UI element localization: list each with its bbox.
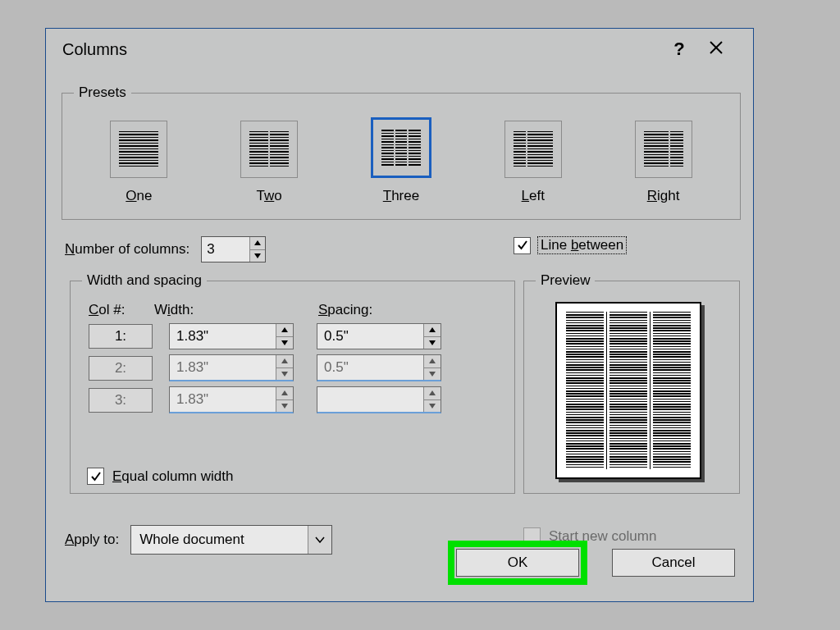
preset-right[interactable]: Right (635, 121, 692, 204)
titlebar: Columns ? (46, 29, 753, 70)
close-icon (709, 40, 724, 55)
spinner-up-button (424, 387, 441, 400)
ws-row-3-num: 3: (89, 388, 153, 413)
spinner-up-button[interactable] (276, 324, 293, 337)
preview-page-icon (555, 302, 701, 479)
ws-row-2: 2: (89, 354, 503, 381)
ws-row-3: 3: (89, 386, 503, 413)
ok-highlight: OK (448, 541, 587, 585)
number-of-columns-row: Number of columns: (65, 236, 266, 262)
ws-row-1: 1: (89, 323, 503, 349)
svg-marker-10 (429, 358, 436, 363)
header-col: Col #: (89, 302, 154, 318)
preset-three[interactable]: Three (371, 117, 431, 204)
spinner-up-button (276, 387, 293, 400)
spinner-down-button (424, 368, 441, 381)
spinner-up-button[interactable] (250, 237, 265, 250)
preset-left[interactable]: Left (504, 121, 562, 204)
svg-marker-2 (254, 240, 261, 245)
spinner-down-button[interactable] (424, 337, 441, 349)
ws-row-2-spacing-input (317, 355, 423, 380)
ws-row-3-spacing-input (317, 387, 423, 412)
number-of-columns-input[interactable] (202, 237, 249, 262)
line-between-checkbox[interactable] (514, 237, 531, 254)
spinner-down-button (276, 400, 293, 413)
width-spacing-group: Width and spacing Col #: Width: Spacing:… (70, 272, 515, 494)
width-spacing-legend: Width and spacing (82, 272, 207, 289)
preset-one-icon (110, 121, 167, 178)
svg-marker-12 (281, 390, 288, 395)
preset-two[interactable]: Two (240, 121, 298, 204)
svg-marker-4 (281, 327, 288, 332)
columns-dialog: Columns ? Presets One Two (45, 28, 754, 602)
ws-row-3-spacing-spinner (317, 386, 441, 413)
apply-to-label: Apply to: (65, 532, 119, 548)
preset-two-icon (240, 121, 298, 178)
spinner-down-button[interactable] (276, 337, 293, 349)
checkmark-icon (517, 240, 528, 251)
number-of-columns-label: Number of columns: (65, 241, 189, 258)
ws-row-2-width-spinner (169, 354, 294, 381)
spinner-down-button (276, 368, 293, 381)
ws-row-3-width-input (170, 387, 276, 412)
preset-three-label: Three (383, 188, 419, 204)
number-of-columns-spinner[interactable] (201, 236, 266, 262)
spinner-down-button (424, 400, 441, 413)
svg-marker-7 (429, 340, 436, 345)
button-row: OK Cancel (448, 541, 735, 585)
svg-marker-11 (429, 372, 436, 377)
svg-marker-15 (429, 404, 436, 409)
svg-marker-9 (281, 372, 288, 377)
header-width: Width: (154, 302, 302, 318)
equal-column-width-row: Equal column width (87, 468, 233, 485)
preset-left-label: Left (522, 188, 545, 204)
dialog-title: Columns (62, 40, 663, 59)
dropdown-button[interactable] (308, 526, 331, 554)
ws-row-1-width-input[interactable] (170, 324, 276, 349)
ws-row-2-spacing-spinner (317, 354, 441, 381)
preset-left-icon (504, 121, 562, 178)
preset-one[interactable]: One (110, 121, 167, 204)
checkmark-icon (90, 471, 102, 482)
ws-row-2-num: 2: (89, 356, 153, 381)
spinner-up-button[interactable] (424, 324, 441, 337)
spinner-down-button[interactable] (250, 250, 265, 262)
line-between-label: Line between (537, 236, 627, 254)
apply-to-value: Whole document (131, 532, 308, 548)
preset-two-label: Two (257, 188, 282, 204)
spinner-up-button (276, 355, 293, 368)
ws-headers: Col #: Width: Spacing: (89, 302, 503, 318)
ws-row-1-num: 1: (89, 324, 153, 349)
ws-row-1-spacing-input[interactable] (317, 324, 423, 349)
svg-marker-6 (429, 327, 436, 332)
equal-column-width-label: Equal column width (112, 468, 233, 485)
preset-right-icon (635, 121, 692, 178)
presets-legend: Presets (74, 84, 131, 101)
svg-marker-3 (254, 253, 261, 258)
preset-three-icon (371, 117, 431, 178)
help-button[interactable]: ? (663, 39, 696, 60)
close-button[interactable] (696, 40, 737, 59)
ws-row-2-width-input (170, 355, 276, 380)
spinner-up-button (424, 355, 441, 368)
preset-right-label: Right (647, 188, 680, 204)
svg-marker-14 (429, 390, 436, 395)
cancel-button[interactable]: Cancel (612, 549, 735, 577)
svg-marker-13 (281, 404, 288, 409)
equal-column-width-checkbox[interactable] (87, 468, 104, 485)
header-spacing: Spacing: (318, 302, 466, 318)
svg-marker-8 (281, 358, 288, 363)
line-between-row: Line between (514, 236, 627, 254)
svg-marker-5 (281, 340, 288, 345)
ws-row-1-spacing-spinner[interactable] (317, 323, 441, 349)
chevron-down-icon (315, 536, 325, 543)
preview-legend: Preview (536, 272, 595, 289)
ws-row-1-width-spinner[interactable] (169, 323, 294, 349)
ok-button[interactable]: OK (456, 549, 579, 577)
preset-row: One Two Three Left (74, 111, 728, 204)
apply-to-row: Apply to: Whole document (65, 525, 332, 555)
apply-to-dropdown[interactable]: Whole document (130, 525, 332, 555)
preview-group: Preview (523, 272, 740, 494)
ws-row-3-width-spinner (169, 386, 294, 413)
preset-one-label: One (126, 188, 152, 204)
